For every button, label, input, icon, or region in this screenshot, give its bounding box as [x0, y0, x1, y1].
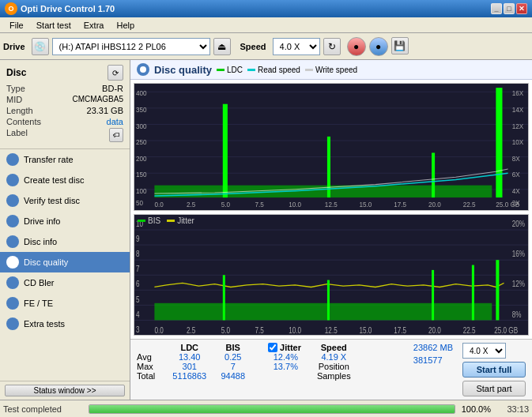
disc-button-1[interactable]: ● [347, 37, 366, 56]
sidebar-item-cd-bler[interactable]: CD Bler [0, 272, 130, 293]
close-button[interactable]: ✕ [516, 3, 527, 14]
eject-button[interactable]: ⏏ [213, 38, 231, 55]
extra-tests-icon [6, 317, 19, 330]
svg-text:4X: 4X [512, 188, 520, 195]
svg-text:8: 8 [136, 250, 140, 258]
drive-info-icon [6, 215, 19, 227]
transfer-rate-icon [6, 153, 19, 166]
content-header: Disc quality LDC Read speed Write speed [130, 60, 532, 80]
jitter-header: Jitter [280, 343, 301, 352]
sidebar: Disc ⟳ Type BD-R MID CMCMAGBA5 Length 23… [0, 60, 130, 400]
refresh-button[interactable]: ↻ [323, 38, 341, 55]
svg-text:15.0: 15.0 [360, 326, 372, 335]
svg-text:12%: 12% [512, 280, 525, 288]
disc-info-panel: Disc ⟳ Type BD-R MID CMCMAGBA5 Length 23… [0, 60, 130, 149]
bis-jitter-chart: BIS Jitter [134, 214, 529, 336]
minimize-button[interactable]: _ [491, 3, 502, 14]
drive-info-label: Drive info [24, 216, 60, 226]
sidebar-item-fe-te[interactable]: FE / TE [0, 293, 130, 314]
svg-text:16X: 16X [512, 90, 524, 97]
svg-text:250: 250 [136, 139, 147, 146]
fe-te-label: FE / TE [24, 299, 53, 308]
svg-text:50: 50 [136, 200, 143, 207]
status-text: Test completed [3, 404, 82, 414]
sidebar-item-disc-info[interactable]: Disc info [0, 231, 130, 252]
sidebar-item-extra-tests[interactable]: Extra tests [0, 314, 130, 334]
speed-header: Speed [310, 343, 358, 352]
svg-text:2.5: 2.5 [187, 201, 196, 208]
progress-bar-fill [89, 405, 455, 413]
menu-file[interactable]: File [3, 19, 30, 32]
label-icon-button[interactable]: 🏷 [109, 128, 123, 142]
ldc-header: LDC [165, 343, 213, 352]
drive-select[interactable]: (H:) ATAPI iHBS112 2 PL06 [52, 38, 210, 55]
svg-text:15.0: 15.0 [360, 201, 372, 208]
write-speed-color-dot [305, 69, 313, 71]
svg-text:10X: 10X [512, 139, 524, 146]
speed-select[interactable]: 4.0 X [273, 38, 320, 55]
total-bis: 94488 [213, 371, 252, 381]
bis-header: BIS [213, 343, 252, 352]
svg-text:12.5: 12.5 [325, 326, 338, 335]
ldc-chart: 400 350 300 250 200 150 100 50 16X 14X 1… [134, 83, 529, 211]
status-window-button[interactable]: Status window >> [5, 385, 125, 396]
write-speed-legend-label: Write speed [315, 66, 357, 74]
jitter-checkbox[interactable] [268, 343, 277, 352]
label-label: Label [6, 128, 28, 142]
progress-bar-container [89, 404, 455, 414]
content-title: Disc quality [154, 64, 212, 76]
total-label: Total [137, 371, 165, 381]
sidebar-item-transfer-rate[interactable]: Transfer rate [0, 149, 130, 170]
sidebar-item-verify-test-disc[interactable]: Verify test disc [0, 190, 130, 211]
svg-text:20.0: 20.0 [428, 326, 441, 335]
svg-rect-61 [223, 275, 225, 320]
svg-text:20%: 20% [512, 220, 525, 228]
svg-text:7: 7 [136, 265, 140, 273]
jitter-legend: Jitter [167, 216, 194, 225]
menu-extra[interactable]: Extra [77, 19, 111, 32]
menu-start-test[interactable]: Start test [30, 19, 77, 32]
sidebar-item-create-test-disc[interactable]: Create test disc [0, 170, 130, 190]
maximize-button[interactable]: □ [504, 3, 515, 14]
stats-area: LDC BIS Jitter Speed Avg 13. [130, 339, 532, 400]
svg-text:17.5: 17.5 [394, 326, 406, 335]
svg-rect-60 [154, 302, 492, 320]
create-test-disc-icon [6, 174, 19, 186]
svg-text:22.5: 22.5 [463, 326, 476, 335]
svg-text:22.5: 22.5 [463, 201, 476, 208]
fe-te-icon [6, 297, 19, 310]
save-button[interactable]: 💾 [391, 37, 409, 54]
disc-quality-icon [6, 256, 19, 269]
test-speed-select[interactable]: 4.0 X [462, 343, 506, 359]
jitter-label: Jitter [177, 216, 194, 225]
sidebar-item-drive-info[interactable]: Drive info [0, 211, 130, 231]
svg-rect-63 [432, 269, 434, 320]
samples-label: Samples [317, 371, 351, 381]
menu-help[interactable]: Help [110, 19, 141, 32]
max-ldc: 301 [165, 362, 213, 371]
svg-text:14X: 14X [512, 107, 524, 114]
svg-rect-64 [472, 265, 474, 320]
read-speed-legend-label: Read speed [258, 66, 300, 74]
svg-text:8%: 8% [512, 310, 522, 318]
max-bis: 7 [213, 362, 252, 371]
verify-test-disc-label: Verify test disc [24, 196, 80, 205]
start-full-button[interactable]: Start full [462, 362, 526, 378]
legend-read-speed: Read speed [247, 66, 300, 74]
speed-value: 4.19 X [310, 352, 358, 362]
svg-text:7.5: 7.5 [255, 201, 264, 208]
svg-text:200: 200 [136, 156, 147, 163]
svg-text:150: 150 [136, 171, 147, 178]
start-part-button[interactable]: Start part [462, 381, 526, 396]
status-time: 33:13 [497, 404, 529, 414]
cd-bler-icon [6, 276, 19, 289]
max-jitter: 13.7% [262, 362, 309, 371]
progress-percent: 100.0% [462, 404, 491, 414]
length-label: Length [6, 106, 33, 115]
sidebar-item-disc-quality[interactable]: Disc quality [0, 252, 130, 272]
disc-info-label: Disc info [24, 237, 57, 246]
disc-button-2[interactable]: ● [369, 37, 388, 56]
disc-icon-button[interactable]: ⟳ [108, 65, 123, 81]
svg-text:300: 300 [136, 123, 147, 130]
svg-rect-38 [432, 152, 435, 197]
